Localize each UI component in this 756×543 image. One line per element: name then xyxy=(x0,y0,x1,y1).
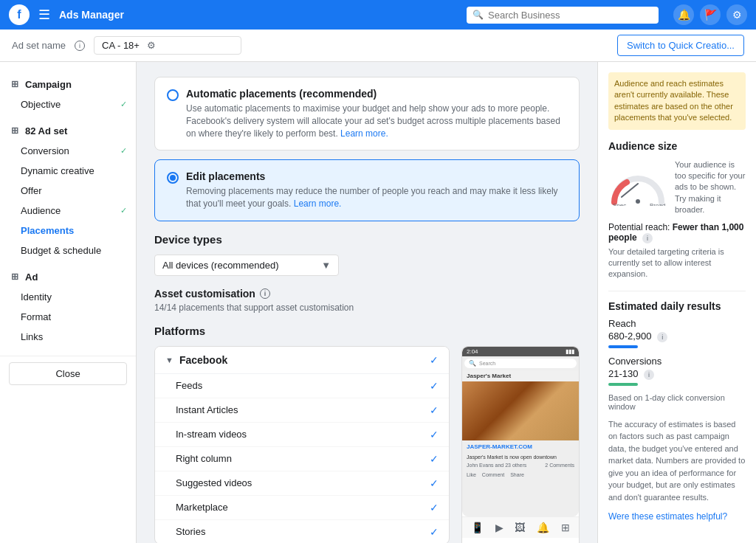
hamburger-icon[interactable]: ☰ xyxy=(38,7,50,23)
preview-bell-icon[interactable]: 🔔 xyxy=(537,522,549,533)
facebook-stories-label: Stories xyxy=(176,526,430,537)
adset-grid-icon: ⊞ xyxy=(9,125,21,136)
edit-desc: Removing placements may reduce the numbe… xyxy=(186,185,567,210)
list-item[interactable]: Right column ✓ xyxy=(155,447,449,471)
gauge-svg: Spec Broad xyxy=(608,169,667,206)
automatic-radio[interactable] xyxy=(167,89,179,101)
settings-icon[interactable]: ⚙ xyxy=(726,4,747,25)
sidebar-item-links[interactable]: Links xyxy=(0,327,136,347)
sidebar-item-audience[interactable]: Audience ✓ xyxy=(0,201,136,221)
facebook-instant-articles-label: Instant Articles xyxy=(176,404,430,415)
facebook-feeds-label: Feeds xyxy=(176,380,430,391)
platforms-layout: ▼ Facebook ✓ Feeds ✓ Instant Articles ✓ xyxy=(154,346,580,543)
list-item[interactable]: Stories ✓ xyxy=(155,520,449,543)
preview-image-icon[interactable]: 🖼 xyxy=(515,522,525,533)
adset-gear-icon[interactable]: ⚙ xyxy=(147,40,156,51)
sidebar-placements-label: Placements xyxy=(21,225,74,236)
conversions-metric-value: 21-130 i xyxy=(608,368,746,380)
helpful-link[interactable]: Were these estimates helpful? xyxy=(608,511,727,522)
sidebar-objective-label: Objective xyxy=(21,99,61,110)
flag-icon[interactable]: 🚩 xyxy=(700,4,721,25)
sidebar-item-objective[interactable]: Objective ✓ xyxy=(0,94,136,114)
conversions-info-icon[interactable]: i xyxy=(644,370,654,380)
edit-radio[interactable] xyxy=(167,172,179,184)
list-item[interactable]: Feeds ✓ xyxy=(155,374,449,398)
view-media-button[interactable]: View media requirement xyxy=(462,538,579,543)
learn-more-1-link[interactable]: Learn more. xyxy=(340,128,388,139)
asset-title-row: Asset customisation i xyxy=(154,288,580,300)
phone-shop-notice: Jasper's Market is now open downtown xyxy=(462,453,579,461)
gauge-desc: Your audience is too specific for your a… xyxy=(675,159,746,216)
facebook-group: ▼ Facebook ✓ Feeds ✓ Instant Articles ✓ xyxy=(154,346,450,543)
list-item[interactable]: In-stream videos ✓ xyxy=(155,423,449,447)
phone-person-name: John Evans and 23 others xyxy=(467,463,526,468)
app-title: Ads Manager xyxy=(59,9,124,21)
automatic-content: Automatic placements (recommended) Use a… xyxy=(186,88,567,139)
reach-info-icon[interactable]: i xyxy=(657,332,667,342)
sidebar-item-dynamic-creative[interactable]: Dynamic creative xyxy=(0,161,136,181)
sidebar-item-ad[interactable]: ⊞ Ad xyxy=(0,266,136,287)
list-item[interactable]: Instant Articles ✓ xyxy=(155,398,449,423)
phone-like-btn[interactable]: Like xyxy=(467,472,476,477)
facebook-chevron-icon: ▼ xyxy=(165,356,173,364)
facebook-name: Facebook xyxy=(179,354,430,366)
audience-check-icon: ✓ xyxy=(120,206,127,215)
automatic-title: Automatic placements (recommended) xyxy=(186,88,567,100)
search-input[interactable] xyxy=(488,10,653,21)
facebook-instream-videos-label: In-stream videos xyxy=(176,429,430,440)
search-bar[interactable]: 🔍 xyxy=(467,7,659,24)
right-column-check-icon: ✓ xyxy=(430,453,439,465)
preview-mobile-icon[interactable]: 📱 xyxy=(471,522,484,533)
facebook-items: Feeds ✓ Instant Articles ✓ In-stream vid… xyxy=(155,373,449,543)
sidebar: ⊞ Campaign Objective ✓ ⊞ 82 Ad set Conve… xyxy=(0,62,137,543)
sidebar-campaign-section: ⊞ Campaign Objective ✓ xyxy=(0,71,136,117)
facebook-stories-check-icon: ✓ xyxy=(430,526,439,538)
phone-signal-icon: ▮▮▮ xyxy=(566,348,574,355)
adset-name-info-icon[interactable]: i xyxy=(75,41,85,51)
ad-grid-icon: ⊞ xyxy=(9,271,21,283)
campaign-grid-icon: ⊞ xyxy=(9,78,21,90)
preview-video-icon[interactable]: ▶ xyxy=(495,522,504,533)
list-item[interactable]: Marketplace ✓ xyxy=(155,496,449,520)
conversions-metric-title: Conversions xyxy=(608,356,746,367)
notification-icon[interactable]: 🔔 xyxy=(673,4,694,25)
suggested-videos-check-icon: ✓ xyxy=(430,477,439,489)
sidebar-budget-label: Budget & schedule xyxy=(21,245,101,256)
facebook-header[interactable]: ▼ Facebook ✓ xyxy=(155,347,449,373)
device-select[interactable]: All devices (recommended) ▼ xyxy=(154,255,339,276)
right-panel: Audience and reach estimates aren't curr… xyxy=(597,62,756,543)
sidebar-item-format[interactable]: Format xyxy=(0,307,136,327)
sidebar-campaign-label: Campaign xyxy=(25,79,72,90)
phone-comment-btn[interactable]: Comment xyxy=(482,472,504,477)
nav-icons: 🔔 🚩 ⚙ xyxy=(673,4,747,25)
asset-info-icon[interactable]: i xyxy=(260,288,270,299)
quick-create-button[interactable]: Switch to Quick Creatio... xyxy=(617,35,744,56)
reach-bar xyxy=(608,345,638,348)
list-item[interactable]: Suggested videos ✓ xyxy=(155,471,449,496)
adset-name-field[interactable]: CA - 18+ ⚙ xyxy=(94,36,241,55)
phone-engagement-bar: John Evans and 23 others 2 Comments xyxy=(462,461,579,469)
objective-check-icon: ✓ xyxy=(120,100,127,109)
preview-grid-icon[interactable]: ⊞ xyxy=(561,522,570,533)
facebook-logo: f xyxy=(9,4,30,25)
preview-panel: 2:04 ▮▮▮ 🔍 Search Jasper's Market JASPER… xyxy=(461,346,580,543)
adset-name-value: CA - 18+ xyxy=(102,40,140,51)
learn-more-2-link[interactable]: Learn more. xyxy=(294,198,342,209)
sidebar-item-conversion[interactable]: Conversion ✓ xyxy=(0,141,136,161)
gauge-broad-label: Broad xyxy=(650,202,665,206)
sidebar-item-adset[interactable]: ⊞ 82 Ad set xyxy=(0,120,136,141)
automatic-placements-option[interactable]: Automatic placements (recommended) Use a… xyxy=(154,77,580,151)
phone-shop-url: JASPER-MARKET.COM xyxy=(462,440,579,453)
sidebar-item-identity[interactable]: Identity xyxy=(0,287,136,307)
sidebar-item-offer[interactable]: Offer xyxy=(0,181,136,201)
edit-placements-option[interactable]: Edit placements Removing placements may … xyxy=(154,159,580,221)
potential-reach-info-icon[interactable]: i xyxy=(642,233,653,243)
phone-product-image xyxy=(462,381,579,440)
phone-status-bar: 2:04 ▮▮▮ xyxy=(462,347,579,356)
search-icon: 🔍 xyxy=(472,10,484,20)
sidebar-item-campaign[interactable]: ⊞ Campaign xyxy=(0,74,136,94)
sidebar-item-placements[interactable]: Placements xyxy=(0,221,136,241)
close-button[interactable]: Close xyxy=(9,362,127,385)
phone-share-btn[interactable]: Share xyxy=(510,472,524,477)
sidebar-item-budget[interactable]: Budget & schedule xyxy=(0,241,136,260)
